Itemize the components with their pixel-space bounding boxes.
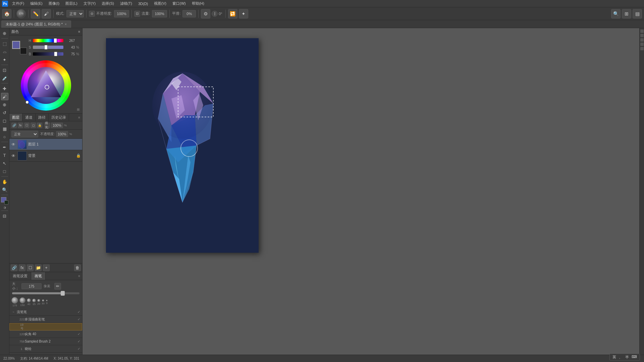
menu-image[interactable]: 图像(I) — [46, 0, 62, 7]
workspace-button[interactable]: ▤ — [633, 9, 642, 18]
canvas-area[interactable] — [83, 28, 639, 362]
extra-button[interactable]: ✦ — [239, 9, 248, 18]
new-group-button[interactable]: 📁 — [35, 264, 42, 271]
layer-item-0[interactable]: 👁 图层 1 — [9, 139, 82, 150]
brush-list-tab[interactable]: 画笔 — [31, 272, 46, 280]
add-style-button[interactable]: fx — [19, 264, 25, 271]
layer-fx-icon[interactable]: fx — [18, 123, 23, 128]
quick-mask-button[interactable]: ◑ — [3, 206, 6, 209]
color-swatch-area[interactable] — [1, 197, 8, 204]
eyedropper-tool[interactable]: 💉 — [1, 74, 8, 82]
blend-mode-select[interactable]: 正常 — [66, 10, 84, 17]
clone-tool[interactable]: ⊕ — [1, 101, 8, 108]
menu-help[interactable]: 帮助(H) — [189, 0, 207, 7]
document-tab[interactable]: 未标题-1 @ 24% (图层 1, RGB/8) * × — [1, 20, 71, 28]
layer-shape-icon[interactable]: ◻ — [31, 123, 36, 128]
tab-channels[interactable]: 通道 — [22, 114, 36, 121]
smoothing-input[interactable] — [182, 10, 196, 17]
opacity-input[interactable] — [114, 10, 129, 17]
layer-visibility-0[interactable]: 👁 — [11, 142, 16, 147]
menu-3d[interactable]: 3D(D) — [136, 1, 151, 6]
canvas-container[interactable] — [106, 38, 259, 253]
brush-panel-menu[interactable]: ≡ — [76, 274, 82, 278]
flow-input[interactable] — [152, 10, 167, 17]
brush-settings-button[interactable]: ⚙ — [201, 9, 210, 18]
path-select-tool[interactable]: ↖ — [1, 160, 8, 167]
layer-visibility-1[interactable]: 👁 — [11, 153, 16, 159]
color-expand-button[interactable]: ⊞ — [77, 108, 79, 111]
hand-tool[interactable]: ✋ — [1, 178, 8, 185]
color-panel-menu[interactable]: ≡ — [78, 30, 80, 34]
brush-list-item-5[interactable]: 1晓绘✓ — [9, 345, 82, 353]
layer-link-icon[interactable]: 🔗 — [11, 123, 17, 128]
eraser-tool[interactable]: ◻ — [1, 117, 8, 124]
opacity-input[interactable] — [56, 131, 68, 137]
flow-toggle[interactable]: ⊡ — [134, 11, 140, 17]
brightness-slider[interactable] — [33, 52, 63, 56]
brush-tool[interactable]: 🖌 — [1, 93, 8, 100]
brush-list-item-3[interactable]: 1205尖角 40✓ — [9, 330, 82, 338]
brush-settings-tab[interactable]: 画笔设置 — [9, 272, 31, 280]
lasso-tool[interactable]: ⌓ — [1, 48, 8, 55]
brush-preset-item[interactable]: 35 — [32, 299, 36, 306]
panel-menu[interactable]: ≡ — [76, 116, 82, 119]
shape-tool[interactable]: □ — [1, 168, 8, 175]
tab-layers[interactable]: 图层 — [9, 114, 22, 121]
hue-slider[interactable] — [33, 39, 63, 42]
brush-preset-item[interactable]: 40 — [27, 298, 31, 306]
symmetry-button[interactable]: 🔁 — [228, 9, 237, 18]
fill-value-input[interactable] — [51, 123, 63, 128]
brush-list-item-2[interactable]: 19号 — [9, 323, 82, 330]
arrange-button[interactable]: ⊞ — [622, 9, 631, 18]
color-wheel-container[interactable]: ⊞ — [9, 59, 82, 113]
brush-type-button[interactable]: ✏️ — [31, 9, 40, 18]
brush-mode-button[interactable]: 🖌 — [42, 9, 51, 18]
move-tool[interactable]: ⊕ — [1, 29, 8, 37]
brush-preset-item[interactable]: 9 — [46, 300, 48, 305]
heal-tool[interactable]: ✚ — [1, 85, 8, 92]
background-color[interactable] — [4, 200, 8, 204]
ime-indicator[interactable]: 英 、 半 ⌨ — [609, 354, 640, 361]
tab-paths[interactable]: 路径 — [36, 114, 49, 121]
marquee-tool[interactable]: ⬚ — [1, 40, 8, 47]
brush-preset-item[interactable]: 30 — [42, 299, 45, 305]
add-mask-button[interactable]: ☐ — [27, 264, 34, 271]
tab-history[interactable]: 历史记录 — [49, 114, 69, 121]
magic-wand-tool[interactable]: ✦ — [1, 56, 8, 63]
layer-mask-icon[interactable]: ☐ — [24, 123, 30, 128]
menu-edit[interactable]: 编辑(E) — [28, 0, 45, 7]
layer-mode-select[interactable]: 正常 — [11, 131, 38, 137]
wheel-inner[interactable] — [28, 67, 64, 104]
new-layer-button[interactable]: + — [43, 264, 50, 271]
brush-list-item-4[interactable]: 758Sampled Brush 2✓ — [9, 338, 82, 345]
layer-item-1[interactable]: 👁 背景 🔒 — [9, 150, 82, 162]
delete-layer-button[interactable]: 🗑 — [74, 264, 81, 271]
layer-lock-icon[interactable]: 🔒 — [37, 123, 42, 128]
dodge-tool[interactable]: ○ — [1, 133, 8, 140]
brush-list-item-0[interactable]: ~流笔笔✓ — [9, 308, 82, 316]
text-tool[interactable]: T — [1, 152, 8, 159]
history-brush-tool[interactable]: ↺ — [1, 109, 8, 116]
brush-size-slider[interactable] — [12, 292, 79, 294]
menu-text[interactable]: 文字(Y) — [81, 0, 99, 7]
menu-filter[interactable]: 滤镜(T) — [117, 0, 135, 7]
menu-select[interactable]: 选择(S) — [99, 0, 117, 7]
saturation-slider[interactable] — [33, 46, 63, 49]
brush-preview[interactable]: 175 — [16, 9, 26, 18]
tab-close-button[interactable]: × — [65, 22, 67, 26]
zoom-tool[interactable]: 🔍 — [1, 186, 8, 193]
menu-view[interactable]: 视图(V) — [151, 0, 169, 7]
crop-tool[interactable]: ⊡ — [1, 66, 8, 74]
brush-list-item-1[interactable]: 2222丰湿描曲彩笔✓ — [9, 316, 82, 323]
foreground-swatch[interactable] — [12, 41, 20, 49]
menu-file[interactable]: 文件(F) — [9, 0, 27, 7]
brush-preset-item[interactable]: 150 — [19, 297, 25, 307]
home-button[interactable]: 🏠 — [2, 9, 11, 18]
menu-layer[interactable]: 图层(L) — [63, 0, 80, 7]
app-icon[interactable]: Ps — [1, 0, 9, 7]
menu-window[interactable]: 窗口(W) — [170, 0, 189, 7]
gradient-tool[interactable]: ▦ — [1, 125, 8, 132]
brush-size-icon[interactable]: ✏ — [54, 283, 61, 290]
search-button[interactable]: 🔍 — [611, 9, 621, 18]
color-wheel[interactable] — [21, 60, 71, 111]
